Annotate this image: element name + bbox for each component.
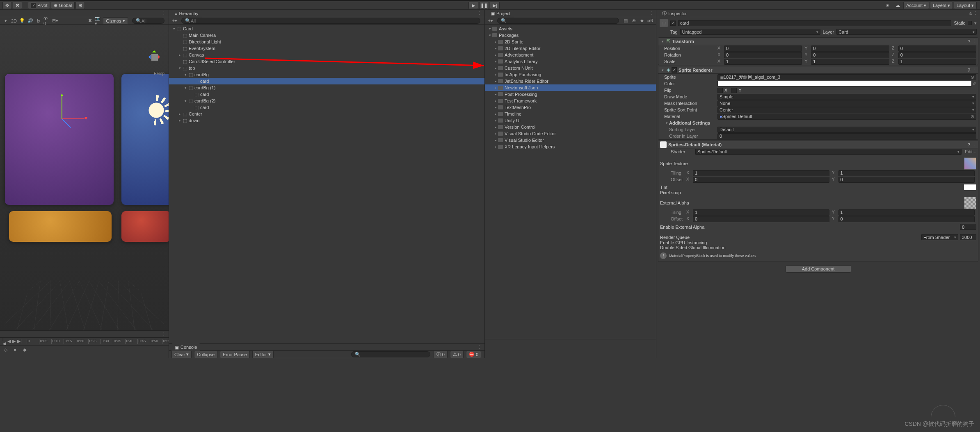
layout-dropdown[interactable]: Layout ▾ [954, 2, 977, 9]
timeline-diamond-icon[interactable]: ◇ [2, 346, 9, 353]
project-item[interactable]: ▸JetBrains Rider Editor [485, 78, 656, 84]
project-item[interactable]: ▸Visual Studio Editor [485, 137, 656, 143]
hierarchy-item[interactable]: ▾top [169, 65, 484, 71]
sprite-texture-preview[interactable] [964, 157, 976, 170]
project-item[interactable]: ▸Post Processing [485, 91, 656, 98]
hierarchy-item[interactable]: Directional Light [169, 39, 484, 45]
hierarchy-item[interactable]: card [169, 104, 484, 111]
step-button[interactable]: ▶| [490, 2, 500, 9]
hierarchy-item[interactable]: ▾cardBg (1) [169, 84, 484, 91]
offset-y[interactable]: 0 [838, 177, 975, 183]
help-icon[interactable]: ? [968, 39, 970, 44]
console-search[interactable]: 🔍 [351, 351, 430, 357]
console-search-input[interactable] [361, 352, 427, 357]
gameobject-name-field[interactable]: card [678, 20, 951, 26]
scene-options-icon[interactable]: ⋮ [162, 11, 166, 16]
project-filter-icon[interactable]: ▤ [622, 18, 629, 24]
project-eye-icon[interactable]: 👁 [630, 18, 637, 24]
timeline-prev[interactable]: |◀ [2, 338, 6, 345]
hierarchy-item[interactable]: ▸Canvas [169, 52, 484, 58]
console-info-count[interactable]: ⓘ0 [434, 351, 448, 358]
scl-z-field[interactable]: 1 [898, 59, 976, 65]
tiling-y[interactable]: 1 [838, 170, 975, 176]
global-toggle[interactable]: ⊕Global [51, 2, 75, 9]
hierarchy-item[interactable]: ▾Card [169, 25, 484, 32]
hierarchy-item[interactable]: ▸down [169, 117, 484, 124]
light-toggle[interactable]: 💡 [19, 18, 25, 24]
project-item[interactable]: ▸2D Tilemap Editor [485, 45, 656, 52]
offset-x[interactable]: 0 [693, 177, 829, 183]
project-tree[interactable]: ▾Assets▾Packages▸2D Sprite▸2D Tilemap Ed… [485, 25, 656, 339]
project-item[interactable]: ▸Newtonsoft Json [485, 84, 656, 91]
timeline-add-icon[interactable]: ◆. [22, 346, 29, 353]
scl-y-field[interactable]: 1 [811, 59, 889, 65]
console-clear[interactable]: Clear ▾ [171, 351, 192, 358]
tint-color[interactable] [964, 184, 976, 190]
ea-offset-y[interactable]: 0 [838, 216, 975, 222]
console-editor[interactable]: Editor ▾ [252, 351, 274, 358]
hierarchy-item[interactable]: Main Camera [169, 32, 484, 39]
rot-z-field[interactable]: 0 [898, 52, 976, 58]
inspector-options-icon[interactable]: a ⋮ [969, 11, 978, 16]
pivot-toggle[interactable]: ✓Pivot [28, 2, 50, 9]
gizmos-dropdown[interactable]: Gizmos ▾ [103, 17, 128, 25]
material-field[interactable]: ●Sprites-Default⊙ [717, 114, 976, 120]
hierarchy-item[interactable]: ▾cardBg (2) [169, 98, 484, 104]
hierarchy-item[interactable]: ▾cardBg [169, 71, 484, 78]
flip-x-checkbox[interactable] [717, 88, 723, 93]
component-menu-icon[interactable]: ⋮ [972, 67, 976, 73]
account-dropdown[interactable]: Account ▾ [903, 2, 929, 9]
ea-tiling-y[interactable]: 1 [838, 209, 975, 216]
timeline-body[interactable]: ◇ ●. ◆. [0, 345, 169, 358]
cloud-button[interactable]: ☁ [893, 2, 902, 9]
hierarchy-item[interactable]: card [169, 91, 484, 98]
hidden-toggle[interactable]: 👁0 [43, 18, 50, 24]
mask-dropdown[interactable]: None [717, 100, 976, 107]
hierarchy-item[interactable]: card [169, 78, 484, 84]
render-queue-val[interactable]: 3000 [960, 234, 976, 240]
view-gizmo[interactable] [146, 49, 163, 66]
ea-tiling-x[interactable]: 1 [693, 209, 829, 216]
project-item[interactable]: ▸Timeline [485, 111, 656, 117]
static-checkbox[interactable] [968, 21, 972, 25]
timeline-back[interactable]: ◀ [7, 338, 11, 345]
project-item[interactable]: ▸Advertisement [485, 52, 656, 58]
sprite-renderer-header[interactable]: ▾ ◈ ✓ Sprite Renderer ? ⋮ [658, 66, 978, 74]
object-picker-icon[interactable]: ⊙ [971, 114, 974, 119]
project-item[interactable]: ▸Unity UI [485, 117, 656, 124]
console-warn-count[interactable]: ⚠0 [450, 351, 464, 358]
transform-header[interactable]: ▾ ⇱ Transform ? ⋮ [658, 38, 978, 45]
pos-y-field[interactable]: 0 [811, 45, 889, 52]
hierarchy-search[interactable]: 🔍 [181, 18, 480, 24]
timeline-play[interactable]: ▶ [12, 338, 16, 345]
flip-y-checkbox[interactable] [731, 88, 737, 93]
sprite-field[interactable]: ▣10217_爱给网_aigei_com_3⊙ [717, 74, 976, 80]
console-collapse[interactable]: Collapse [194, 351, 217, 358]
shader-dropdown[interactable]: Sprites/Default [695, 149, 962, 155]
draw-mode-dropdown[interactable]: Simple [717, 94, 976, 100]
gameobject-active-checkbox[interactable]: ✓ [670, 20, 676, 26]
2d-toggle[interactable]: 2D [11, 18, 17, 24]
render-queue-mode[interactable]: From Shader [921, 234, 958, 240]
project-add-button[interactable]: +▾ [487, 18, 494, 24]
pause-button[interactable]: ❚❚ [479, 2, 489, 9]
project-search[interactable]: 🔍 [497, 18, 619, 24]
scene-viewport[interactable]: Persp [0, 25, 169, 330]
grid-toggle[interactable]: ⊞▾ [52, 18, 58, 24]
camera-icon[interactable]: 📷▾ [95, 18, 101, 24]
project-item[interactable]: ▸Custom NUnit [485, 65, 656, 71]
add-component-button[interactable]: Add Component [786, 265, 851, 273]
layers-dropdown[interactable]: Layers ▾ [930, 2, 953, 9]
object-picker-icon[interactable]: ⊙ [971, 75, 974, 80]
component-menu-icon[interactable]: ⋮ [972, 142, 976, 147]
project-star-icon[interactable]: ★ [639, 18, 645, 24]
project-hidden-icon[interactable]: ⌀6 [647, 18, 653, 24]
lighting-button[interactable]: ☀ [883, 2, 892, 9]
console-err-count[interactable]: ⛔0 [466, 351, 481, 358]
scene-search-input[interactable] [142, 18, 161, 23]
project-item[interactable]: ▾Packages [485, 32, 656, 39]
project-item[interactable]: ▸TextMeshPro [485, 104, 656, 111]
audio-toggle[interactable]: 🔊 [27, 18, 34, 24]
project-options-icon[interactable]: ⋮ [649, 11, 653, 16]
timeline-ruler[interactable]: 00:050:100:150:200:250:300:350:400:450:5… [27, 339, 174, 344]
